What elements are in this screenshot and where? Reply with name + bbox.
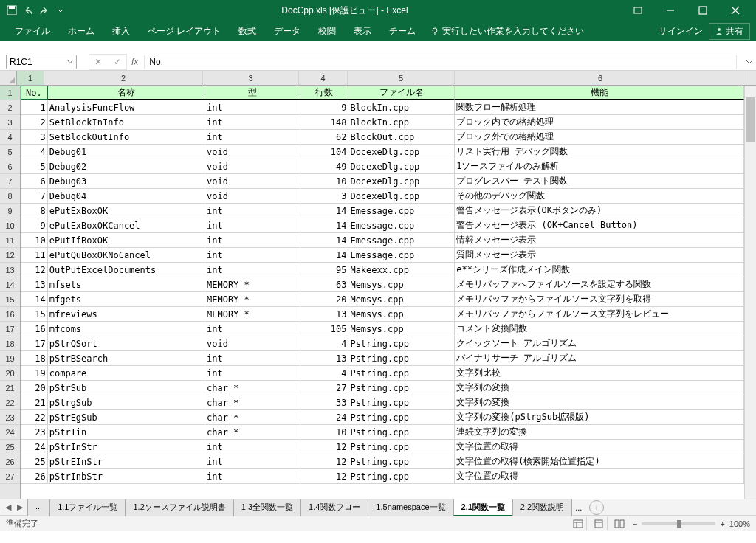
cell[interactable]: pStrInStr <box>48 440 205 454</box>
row-header[interactable]: 4 <box>0 130 20 145</box>
cell[interactable]: 1 <box>21 100 48 114</box>
cell[interactable]: 14 <box>300 233 348 247</box>
col-header[interactable]: 5 <box>348 71 455 85</box>
col-header[interactable]: 1 <box>17 71 44 85</box>
cell[interactable]: 情報メッセージ表示 <box>455 233 744 247</box>
cell[interactable]: コメント変換関数 <box>455 322 744 336</box>
row-header[interactable]: 7 <box>0 174 20 189</box>
row-header[interactable]: 1 <box>0 86 20 100</box>
undo-icon[interactable] <box>22 4 34 16</box>
cell[interactable]: Memsys.cpp <box>348 322 455 336</box>
ribbon-tab-team[interactable]: チーム <box>380 21 425 41</box>
cell[interactable]: int <box>205 469 300 483</box>
cell[interactable]: 7 <box>21 189 48 203</box>
formula-input[interactable]: No. <box>144 55 737 69</box>
qat-dropdown-icon[interactable] <box>55 4 66 16</box>
row-header[interactable]: 21 <box>0 381 20 395</box>
table-row[interactable]: 13mfsetsMEMORY *63Memsys.cppメモリバッファへファイル… <box>21 277 744 292</box>
cell[interactable]: 9 <box>21 218 48 232</box>
cancel-formula-icon[interactable]: ✕ <box>89 55 107 69</box>
cell[interactable]: void <box>205 189 300 203</box>
cell[interactable]: pStrBSearch <box>48 351 205 365</box>
cell[interactable]: 105 <box>300 322 348 336</box>
cell[interactable]: int <box>205 454 300 468</box>
cell[interactable]: 21 <box>21 395 48 409</box>
cell[interactable]: mfcoms <box>48 322 205 336</box>
cell[interactable]: 質問メッセージ表示 <box>455 248 744 262</box>
cell[interactable]: BlockIn.cpp <box>348 100 455 114</box>
row-header[interactable]: 16 <box>0 307 20 322</box>
table-row[interactable]: 2SetBlockInInfoint148BlockIn.cppブロック内での格… <box>21 115 744 130</box>
maximize-icon[interactable] <box>688 0 718 21</box>
col-header[interactable]: 4 <box>299 71 348 85</box>
cell[interactable]: ブロック外での格納処理 <box>455 130 744 144</box>
cell[interactable]: Pstring.cpp <box>348 366 455 380</box>
cell[interactable]: プログレスバー テスト関数 <box>455 174 744 188</box>
cell[interactable]: Emessage.cpp <box>348 248 455 262</box>
cell[interactable]: 連続文字列の変換 <box>455 425 744 439</box>
cell[interactable]: int <box>205 263 300 277</box>
row-header[interactable]: 11 <box>0 233 20 248</box>
cell[interactable]: Pstring.cpp <box>348 425 455 439</box>
row-header[interactable]: 19 <box>0 351 20 366</box>
name-box[interactable]: R1C1 <box>6 55 77 69</box>
cell[interactable]: 20 <box>300 292 348 306</box>
table-row[interactable]: 8ePutExBoxOKint14Emessage.cpp警告メッセージ表示(O… <box>21 204 744 218</box>
row-header[interactable]: 5 <box>0 145 20 159</box>
ribbon-tab-view[interactable]: 表示 <box>345 21 380 41</box>
cell[interactable]: 14 <box>300 248 348 262</box>
cell[interactable]: Pstring.cpp <box>348 469 455 483</box>
cell[interactable]: バイナリサーチ アルゴリズム <box>455 351 744 365</box>
ribbon-options-icon[interactable] <box>623 0 653 21</box>
table-row[interactable]: 4Debug01void104DocexeDlg.cppリスト実行用 デバッグ関… <box>21 145 744 159</box>
cell[interactable]: Pstring.cpp <box>348 351 455 365</box>
cell[interactable]: ePutExBoxOK <box>48 204 205 218</box>
cell[interactable]: メモリバッファへファイルソースを設定する関数 <box>455 277 744 291</box>
table-header-cell[interactable]: 行数 <box>300 86 348 100</box>
cell[interactable]: 文字位置の取得 <box>455 440 744 454</box>
enter-formula-icon[interactable]: ✓ <box>109 55 126 69</box>
cell[interactable]: メモリバッファからファイルソース文字列を取得 <box>455 292 744 306</box>
tell-me-search[interactable]: 実行したい作業を入力してください <box>425 25 659 38</box>
row-header[interactable]: 25 <box>0 440 20 454</box>
vertical-scrollbar[interactable] <box>744 86 756 499</box>
cell[interactable]: Emessage.cpp <box>348 204 455 218</box>
zoom-in-icon[interactable]: + <box>720 519 724 528</box>
table-row[interactable]: 25pStrEInStrint12Pstring.cpp文字位置の取得(検索開始… <box>21 454 744 469</box>
cell[interactable]: char * <box>205 425 300 439</box>
table-header-cell[interactable]: 名称 <box>48 86 205 100</box>
cell[interactable]: ブロック内での格納処理 <box>455 115 744 129</box>
cell[interactable]: 23 <box>21 425 48 439</box>
table-row[interactable]: 7Debug04void3DocexeDlg.cppその他のデバッグ関数 <box>21 189 744 204</box>
table-row[interactable]: 6Debug03void10DocexeDlg.cppプログレスバー テスト関数 <box>21 174 744 189</box>
row-header[interactable]: 18 <box>0 336 20 351</box>
cell[interactable]: mfgets <box>48 292 205 306</box>
cell[interactable]: 文字位置の取得 <box>455 469 744 483</box>
table-header-cell[interactable]: 型 <box>205 86 300 100</box>
cell[interactable]: Pstring.cpp <box>348 440 455 454</box>
cell[interactable]: Memsys.cpp <box>348 307 455 321</box>
cell[interactable]: ePutQuBoxOKNoCancel <box>48 248 205 262</box>
row-header[interactable]: 3 <box>0 115 20 130</box>
cell[interactable]: int <box>205 115 300 129</box>
sheet-tab[interactable]: ... <box>27 499 50 516</box>
zoom-slider[interactable] <box>642 522 715 525</box>
cell[interactable]: 10 <box>300 174 348 188</box>
row-header[interactable]: 17 <box>0 322 20 336</box>
row-header[interactable]: 6 <box>0 159 20 174</box>
cell[interactable]: BlockOut.cpp <box>348 130 455 144</box>
cell[interactable]: 13 <box>300 307 348 321</box>
cell[interactable]: 13 <box>300 351 348 365</box>
row-header[interactable]: 13 <box>0 263 20 277</box>
cell[interactable]: 3 <box>300 189 348 203</box>
cell[interactable]: mfsets <box>48 277 205 291</box>
cell[interactable]: 12 <box>300 454 348 468</box>
cell[interactable]: char * <box>205 381 300 395</box>
cell[interactable]: SetBlockInInfo <box>48 115 205 129</box>
zoom-thumb[interactable] <box>677 520 681 528</box>
cell[interactable]: Pstring.cpp <box>348 454 455 468</box>
ribbon-tab-layout[interactable]: ページ レイアウト <box>139 21 230 41</box>
cell[interactable]: int <box>205 366 300 380</box>
row-header[interactable]: 27 <box>0 469 20 484</box>
cell[interactable]: int <box>205 248 300 262</box>
